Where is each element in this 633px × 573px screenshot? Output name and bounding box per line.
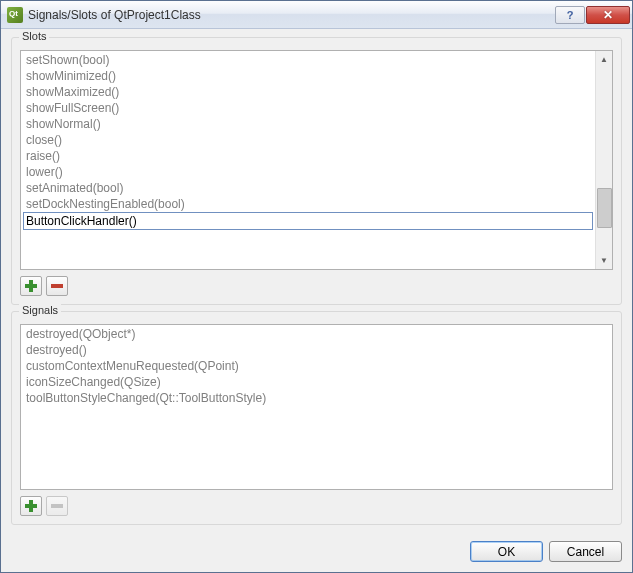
- list-item[interactable]: destroyed(): [23, 342, 610, 358]
- list-item[interactable]: lower(): [23, 164, 593, 180]
- list-item[interactable]: customContextMenuRequested(QPoint): [23, 358, 610, 374]
- list-item[interactable]: showNormal(): [23, 116, 593, 132]
- slots-group: Slots setShown(bool) showMinimized() sho…: [11, 37, 622, 305]
- list-item[interactable]: raise(): [23, 148, 593, 164]
- list-item[interactable]: toolButtonStyleChanged(Qt::ToolButtonSty…: [23, 390, 610, 406]
- list-item[interactable]: destroyed(QObject*): [23, 326, 610, 342]
- plus-icon: [25, 500, 37, 512]
- list-item[interactable]: showMaximized(): [23, 84, 593, 100]
- signals-listbox[interactable]: destroyed(QObject*) destroyed() customCo…: [20, 324, 613, 490]
- titlebar-buttons: ? ✕: [554, 6, 630, 24]
- slots-label: Slots: [19, 30, 49, 42]
- signals-toolbar: [20, 496, 613, 516]
- signals-list-content: destroyed(QObject*) destroyed() customCo…: [21, 325, 612, 489]
- plus-icon: [25, 280, 37, 292]
- dialog-window: Signals/Slots of QtProject1Class ? ✕ Slo…: [0, 0, 633, 573]
- close-button[interactable]: ✕: [586, 6, 630, 24]
- scroll-down-icon[interactable]: ▼: [596, 252, 612, 269]
- app-icon: [7, 7, 23, 23]
- dialog-body: Slots setShown(bool) showMinimized() sho…: [1, 29, 632, 533]
- signals-label: Signals: [19, 304, 61, 316]
- titlebar[interactable]: Signals/Slots of QtProject1Class ? ✕: [1, 1, 632, 29]
- close-icon: ✕: [603, 8, 613, 22]
- remove-slot-button[interactable]: [46, 276, 68, 296]
- list-item[interactable]: setShown(bool): [23, 52, 593, 68]
- list-item[interactable]: setAnimated(bool): [23, 180, 593, 196]
- scroll-thumb[interactable]: [597, 188, 612, 228]
- minus-icon: [51, 284, 63, 288]
- slots-listbox[interactable]: setShown(bool) showMinimized() showMaxim…: [20, 50, 613, 270]
- ok-button[interactable]: OK: [470, 541, 543, 562]
- slots-list-content: setShown(bool) showMinimized() showMaxim…: [21, 51, 595, 269]
- list-item[interactable]: iconSizeChanged(QSize): [23, 374, 610, 390]
- add-slot-button[interactable]: [20, 276, 42, 296]
- window-title: Signals/Slots of QtProject1Class: [28, 8, 554, 22]
- scroll-up-icon[interactable]: ▲: [596, 51, 612, 68]
- signals-group: Signals destroyed(QObject*) destroyed() …: [11, 311, 622, 525]
- minus-icon: [51, 504, 63, 508]
- list-item[interactable]: showFullScreen(): [23, 100, 593, 116]
- slot-edit-input[interactable]: [23, 212, 593, 230]
- help-button[interactable]: ?: [555, 6, 585, 24]
- remove-signal-button: [46, 496, 68, 516]
- add-signal-button[interactable]: [20, 496, 42, 516]
- list-item[interactable]: showMinimized(): [23, 68, 593, 84]
- cancel-button[interactable]: Cancel: [549, 541, 622, 562]
- scroll-track[interactable]: [596, 68, 612, 252]
- list-item[interactable]: setDockNestingEnabled(bool): [23, 196, 593, 212]
- dialog-button-row: OK Cancel: [1, 533, 632, 572]
- list-item[interactable]: close(): [23, 132, 593, 148]
- slots-toolbar: [20, 276, 613, 296]
- slots-scrollbar[interactable]: ▲ ▼: [595, 51, 612, 269]
